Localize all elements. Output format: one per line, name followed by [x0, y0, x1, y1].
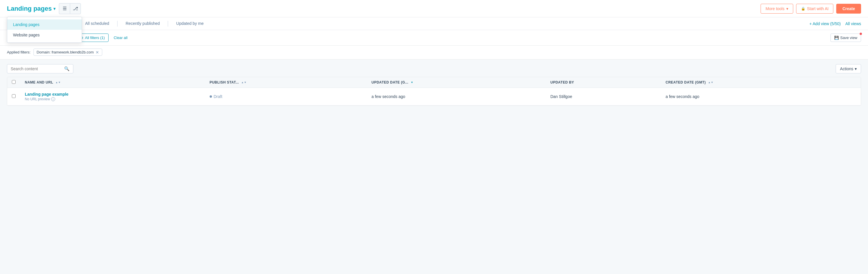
remove-filter-tag-button[interactable]: ✕ — [96, 50, 99, 54]
row-name-url: Landing page example No URL preview i — [20, 88, 205, 106]
chevron-down-icon: ▾ — [786, 6, 788, 11]
draft-badge: Draft — [210, 94, 362, 99]
sort-icon[interactable]: ▲▼ — [241, 81, 247, 84]
sort-icon-active[interactable]: ▼ — [411, 81, 413, 84]
search-input[interactable] — [11, 66, 62, 71]
nav-dropdown: Landing pages Website pages — [7, 17, 82, 43]
clear-all-button[interactable]: Clear all — [112, 34, 130, 42]
col-name-url: NAME AND URL ▲▼ — [20, 77, 205, 88]
col-updated-date: UPDATED DATE (G... ▼ — [367, 77, 546, 88]
create-button[interactable]: Create — [836, 4, 861, 13]
col-updated-by: UPDATED BY — [546, 77, 661, 88]
row-updated-by: Dan Stillgoe — [546, 88, 661, 106]
list-icon: ☰ — [63, 6, 67, 11]
ai-label: Start with AI — [807, 6, 829, 11]
tab-recently-published[interactable]: Recently published — [119, 18, 166, 30]
draft-dot — [210, 95, 212, 98]
dropdown-item-website-pages[interactable]: Website pages — [7, 30, 82, 40]
col-created-date: CREATED DATE (GMT) ▲▼ — [661, 77, 861, 88]
tab-separator-4 — [168, 21, 168, 27]
tabs-right: + Add view (5/50) All views — [809, 21, 861, 26]
dropdown-item-landing-pages[interactable]: Landing pages — [7, 19, 82, 30]
select-all-header — [7, 77, 20, 88]
all-filters-label: All filters (1) — [85, 35, 105, 40]
select-all-checkbox[interactable] — [12, 80, 16, 84]
applied-filters-bar: Applied filters: Domain: framework.blend… — [0, 46, 868, 59]
search-icon: 🔍 — [64, 66, 70, 72]
tab-all-scheduled[interactable]: All scheduled — [78, 18, 116, 30]
tree-view-button[interactable]: ⎇ — [70, 3, 81, 14]
lock-icon: 🔒 — [801, 7, 805, 11]
filter-tag-text: Domain: framework.blendb2b.com — [37, 50, 94, 54]
list-view-button[interactable]: ☰ — [59, 3, 70, 14]
unsaved-indicator — [860, 33, 862, 35]
table-row: Landing page example No URL preview i Dr… — [7, 88, 861, 106]
all-views-button[interactable]: All views — [845, 21, 861, 26]
row-checkbox[interactable] — [12, 94, 16, 98]
save-view-button[interactable]: 💾 Save view — [831, 33, 861, 42]
page-name-link[interactable]: Landing page example — [25, 92, 200, 97]
view-toggle-group: ☰ ⎇ — [59, 3, 81, 14]
save-icon: 💾 — [834, 35, 839, 40]
row-created-date: a few seconds ago — [661, 88, 861, 106]
tab-updated-by-me[interactable]: Updated by me — [169, 18, 211, 30]
col-publish-status: PUBLISH STAT... ▲▼ — [205, 77, 367, 88]
info-icon[interactable]: i — [51, 97, 55, 101]
actions-label: Actions — [840, 66, 853, 71]
filter-bar: Domain (1) ▾ Publish status ▾ ⚙ All filt… — [0, 30, 868, 46]
add-view-button[interactable]: + Add view (5/50) — [809, 21, 841, 26]
create-label: Create — [842, 6, 855, 11]
url-preview: No URL preview i — [25, 97, 200, 101]
tabs-bar: All pages ✕ All drafts All scheduled Rec… — [0, 17, 868, 30]
applied-filters-label: Applied filters: — [7, 50, 31, 54]
actions-button[interactable]: Actions ▾ — [836, 64, 861, 74]
sort-icon[interactable]: ▲▼ — [708, 81, 714, 84]
start-with-ai-button[interactable]: 🔒 Start with AI — [796, 4, 834, 13]
tree-icon: ⎇ — [73, 6, 78, 11]
page-title: Landing pages — [7, 5, 52, 12]
more-tools-button[interactable]: More tools ▾ — [761, 4, 793, 13]
row-publish-status: Draft — [205, 88, 367, 106]
row-updated-date: a few seconds ago — [367, 88, 546, 106]
more-tools-label: More tools — [766, 6, 784, 11]
header: Landing pages ▾ ☰ ⎇ More tools ▾ 🔒 Start… — [0, 0, 868, 17]
landing-pages-dropdown-button[interactable]: Landing pages ▾ — [7, 5, 56, 12]
content-area: 🔍 Actions ▾ NAME AND URL ▲▼ PUBLISH S — [0, 59, 868, 110]
tab-separator-3 — [117, 21, 118, 27]
chevron-down-icon: ▾ — [855, 66, 857, 71]
header-left: Landing pages ▾ ☰ ⎇ — [7, 3, 81, 14]
search-actions-row: 🔍 Actions ▾ — [7, 64, 861, 74]
sort-icon[interactable]: ▲▼ — [56, 81, 61, 84]
search-box: 🔍 — [7, 64, 73, 74]
chevron-down-icon: ▾ — [54, 6, 56, 11]
header-right: More tools ▾ 🔒 Start with AI Create — [761, 4, 861, 13]
row-checkbox-cell — [7, 88, 20, 106]
domain-filter-tag: Domain: framework.blendb2b.com ✕ — [33, 49, 102, 56]
pages-table: NAME AND URL ▲▼ PUBLISH STAT... ▲▼ UPDAT… — [7, 77, 861, 106]
